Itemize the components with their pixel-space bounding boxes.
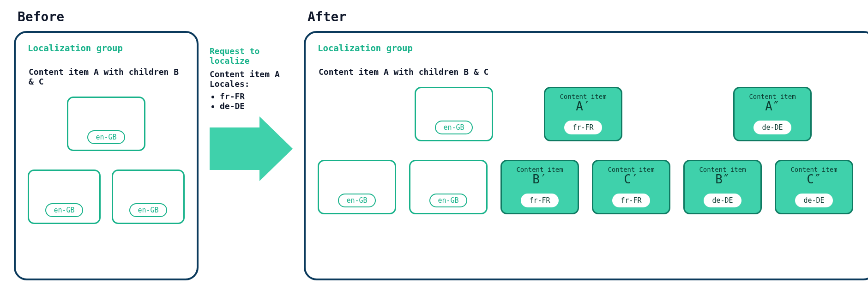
after-panel: Localization group Content item A with c… <box>304 31 868 280</box>
card-title-big: A″ <box>765 99 779 113</box>
locale-badge: de-DE <box>753 121 791 134</box>
content-item-card-C-dprime: Content item C″ de-DE <box>775 160 853 214</box>
card-title-big: B″ <box>715 172 729 186</box>
card-title-big: A <box>102 109 110 123</box>
locale-badge: en-GB <box>45 203 83 217</box>
request-locales-label: Locales: <box>210 79 250 89</box>
before-row-bottom: Content item B en-GB Content item C en-G… <box>28 170 185 224</box>
locale-badge: fr-FR <box>612 194 650 207</box>
before-heading: Before <box>18 9 199 24</box>
request-label: Request to localize <box>210 46 293 66</box>
after-row-top: Content item A en-GB Content item A′ fr-… <box>318 87 862 141</box>
locale-badge: de-DE <box>704 194 741 207</box>
content-item-card-B-dprime: Content item B″ de-DE <box>683 160 762 214</box>
request-locale-item: fr-FR <box>220 91 245 101</box>
locale-badge: en-GB <box>435 121 472 134</box>
card-title-big: B <box>60 182 68 196</box>
after-row-bottom: Content item B en-GB Content item C en-G… <box>318 160 862 214</box>
after-heading: After <box>307 9 868 24</box>
card-title-big: B <box>353 172 361 186</box>
content-item-card-A: Content item A en-GB <box>415 87 493 141</box>
card-title-big: C″ <box>807 172 821 186</box>
locale-badge: en-GB <box>429 194 467 207</box>
card-title-big: C <box>445 172 452 186</box>
locale-badge: en-GB <box>129 203 167 217</box>
content-item-card-C-prime: Content item C′ fr-FR <box>592 160 670 214</box>
card-title-big: C <box>145 182 152 196</box>
card-title-big: C′ <box>624 172 638 186</box>
before-column: Before Localization group Content item A… <box>14 9 199 280</box>
content-item-card-C: Content item C en-GB <box>409 160 488 214</box>
arrow-icon <box>210 116 293 181</box>
after-subtitle: Content item A with children B & C <box>319 67 862 77</box>
locale-badge: fr-FR <box>521 194 558 207</box>
localization-group-label: Localization group <box>318 43 862 53</box>
request-locale-list: fr-FR de-DE <box>220 91 245 111</box>
content-item-card-A-prime: Content item A′ fr-FR <box>544 87 622 141</box>
diagram-stage: Before Localization group Content item A… <box>14 9 854 280</box>
content-item-card-C: Content item C en-GB <box>112 170 185 224</box>
before-subtitle: Content item A with children B & C <box>29 67 185 86</box>
before-panel: Localization group Content item A with c… <box>14 31 199 280</box>
card-title-big: A′ <box>576 99 590 113</box>
before-row-top: Content item A en-GB <box>28 97 185 151</box>
after-column: After Localization group Content item A … <box>304 9 868 280</box>
locale-badge: en-GB <box>87 130 125 144</box>
locale-badge: en-GB <box>338 194 375 207</box>
content-item-card-B-prime: Content item B′ fr-FR <box>500 160 579 214</box>
content-item-card-A-dprime: Content item A″ de-DE <box>733 87 812 141</box>
request-content-item: Content item A <box>210 69 280 79</box>
card-title-big: B′ <box>532 172 547 186</box>
locale-badge: de-DE <box>795 194 832 207</box>
card-title-big: A <box>450 99 458 113</box>
content-item-card-A: Content item A en-GB <box>67 97 145 151</box>
request-locale-item: de-DE <box>220 101 245 111</box>
arrow-column: Request to localize Content item A Local… <box>210 9 293 181</box>
locale-badge: fr-FR <box>564 121 602 134</box>
content-item-card-B: Content item B en-GB <box>28 170 101 224</box>
content-item-card-B: Content item B en-GB <box>318 160 396 214</box>
localization-group-label: Localization group <box>28 43 185 53</box>
